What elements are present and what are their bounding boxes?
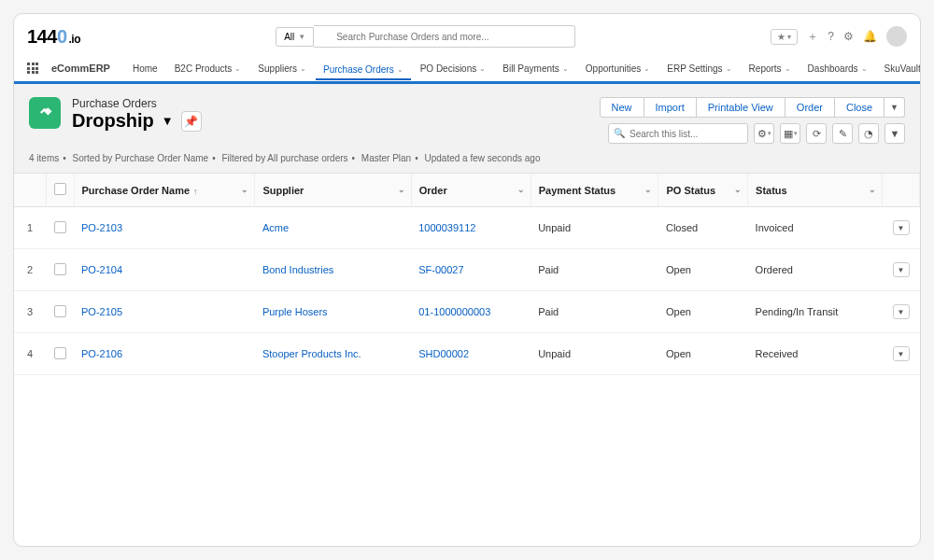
select-all-checkbox[interactable] <box>54 183 66 195</box>
gear-icon[interactable]: ⚙ <box>843 30 854 43</box>
row-menu-button[interactable]: ▼ <box>893 304 910 319</box>
col-po-status[interactable]: PO Status⌄ <box>658 174 748 207</box>
list-view-name[interactable]: Dropship <box>72 110 154 132</box>
nav-bill-payments[interactable]: Bill Payments⌄ <box>495 58 576 79</box>
row-menu-button[interactable]: ▼ <box>893 220 910 235</box>
row-checkbox[interactable] <box>54 263 66 275</box>
order-button[interactable]: Order <box>785 97 835 118</box>
close-button[interactable]: Close <box>835 97 884 118</box>
col-po-name[interactable]: Purchase Order Name↑⌄ <box>74 174 255 207</box>
col-status[interactable]: Status⌄ <box>748 174 883 207</box>
cell-supplier[interactable]: Stooper Products Inc. <box>255 333 411 375</box>
global-search-input[interactable] <box>314 25 575 48</box>
table-row: 4 PO-2106 Stooper Products Inc. SHD00002… <box>14 333 920 375</box>
more-actions-button[interactable]: ▼ <box>884 97 905 118</box>
caret-down-icon[interactable]: ▼ <box>162 114 174 128</box>
chevron-down-icon: ⌄ <box>861 64 868 73</box>
chevron-down-icon[interactable]: ⌄ <box>241 185 248 194</box>
list-search-wrap: 🔍 <box>608 123 748 144</box>
nav-erp-settings[interactable]: ERP Settings⌄ <box>659 58 739 79</box>
meta-plan: Master Plan <box>361 153 411 163</box>
cell-po-name[interactable]: PO-2103 <box>74 207 255 249</box>
refresh-button[interactable]: ⟳ <box>806 123 827 144</box>
chevron-down-icon[interactable]: ⌄ <box>734 185 742 194</box>
list-meta: 4 items• Sorted by Purchase Order Name• … <box>29 153 905 163</box>
printable-view-button[interactable]: Printable View <box>697 97 785 118</box>
bell-icon[interactable]: 🔔 <box>863 30 877 43</box>
nav-b2c-products[interactable]: B2C Products⌄ <box>167 58 249 79</box>
cell-supplier[interactable]: Acme <box>255 207 411 249</box>
nav-skuvault-settings[interactable]: SkuVault Settings⌄ <box>877 58 921 79</box>
col-index <box>14 174 46 207</box>
caret-down-icon: ▾ <box>794 130 798 137</box>
chevron-down-icon[interactable]: ⌄ <box>869 185 876 194</box>
cell-po-name[interactable]: PO-2104 <box>74 249 255 291</box>
add-icon[interactable]: ＋ <box>807 29 818 45</box>
top-utility-icons: ★▾ ＋ ? ⚙ 🔔 <box>771 26 907 47</box>
nav-home[interactable]: Home <box>125 58 165 79</box>
nav-po-decisions[interactable]: PO Decisions⌄ <box>413 58 494 79</box>
nav-reports[interactable]: Reports⌄ <box>742 58 799 79</box>
cell-order[interactable]: SHD00002 <box>411 333 531 375</box>
chart-button[interactable]: ◔ <box>858 123 879 144</box>
cell-supplier[interactable]: Purple Hosers <box>255 291 411 333</box>
table-body: 1 PO-2103 Acme 1000039112 Unpaid Closed … <box>14 207 920 375</box>
help-icon[interactable]: ? <box>828 30 834 43</box>
nav-dashboards[interactable]: Dashboards⌄ <box>800 58 875 79</box>
row-checkbox[interactable] <box>54 305 66 317</box>
list-settings-button[interactable]: ⚙▾ <box>754 123 774 144</box>
logo-suffix: .io <box>69 33 81 46</box>
global-search-group: All ▼ 🔍 <box>276 25 575 48</box>
new-button[interactable]: New <box>600 97 644 118</box>
chevron-down-icon[interactable]: ⌄ <box>398 185 405 194</box>
row-index: 3 <box>14 291 46 333</box>
gear-icon: ⚙ <box>757 128 767 140</box>
cell-po-status: Open <box>658 249 748 291</box>
list-search-input[interactable] <box>608 123 748 144</box>
nav-opportunities[interactable]: Opportunities⌄ <box>578 58 658 79</box>
list-controls: 🔍 ⚙▾ ▦▾ ⟳ ✎ ◔ ▼ <box>608 123 905 144</box>
data-table: Purchase Order Name↑⌄ Supplier⌄ Order⌄ P… <box>14 174 920 375</box>
cell-status: Received <box>748 333 883 375</box>
pin-button[interactable]: 📌 <box>181 111 202 132</box>
user-avatar[interactable] <box>886 26 907 47</box>
row-menu-button[interactable]: ▼ <box>893 262 910 277</box>
app-launcher-icon[interactable] <box>27 63 38 74</box>
row-menu-button[interactable]: ▼ <box>893 346 910 361</box>
row-checkbox[interactable] <box>54 347 66 359</box>
search-icon: 🔍 <box>614 128 625 138</box>
cell-order[interactable]: 01-1000000003 <box>411 291 531 333</box>
nav-bar-wrap: eCommERP Home B2C Products⌄ Suppliers⌄ P… <box>14 55 920 84</box>
row-checkbox[interactable] <box>54 221 66 233</box>
sort-asc-icon: ↑ <box>193 187 198 196</box>
col-supplier[interactable]: Supplier⌄ <box>255 174 411 207</box>
chevron-down-icon: ⌄ <box>644 64 650 73</box>
cell-supplier[interactable]: Bond Industries <box>255 249 411 291</box>
display-as-button[interactable]: ▦▾ <box>780 123 800 144</box>
chevron-down-icon[interactable]: ⌄ <box>644 185 652 194</box>
logo-accent: 0 <box>57 26 67 48</box>
col-order[interactable]: Order⌄ <box>411 174 531 207</box>
cell-status: Invoiced <box>748 207 883 249</box>
import-button[interactable]: Import <box>644 97 697 118</box>
pin-icon: 📌 <box>184 115 198 128</box>
cell-order[interactable]: SF-00027 <box>411 249 531 291</box>
global-search-wrap: 🔍 <box>314 25 575 48</box>
favorites-button[interactable]: ★▾ <box>771 29 798 45</box>
caret-down-icon: ▾ <box>787 33 791 41</box>
chevron-down-icon[interactable]: ⌄ <box>517 185 525 194</box>
filter-button[interactable]: ▼ <box>884 123 905 144</box>
cell-po-name[interactable]: PO-2105 <box>74 291 255 333</box>
edit-button[interactable]: ✎ <box>832 123 853 144</box>
cell-order[interactable]: 1000039112 <box>411 207 531 249</box>
nav-purchase-orders[interactable]: Purchase Orders⌄ <box>316 59 411 80</box>
chevron-down-icon: ⌄ <box>234 64 241 73</box>
cell-po-name[interactable]: PO-2106 <box>74 333 255 375</box>
meta-filter: Filtered by All purchase orders <box>221 153 347 163</box>
nav-suppliers[interactable]: Suppliers⌄ <box>250 58 314 79</box>
col-payment-status[interactable]: Payment Status⌄ <box>531 174 658 207</box>
meta-sort: Sorted by Purchase Order Name <box>73 153 209 163</box>
search-scope-dropdown[interactable]: All ▼ <box>276 27 314 47</box>
title-text: Purchase Orders Dropship ▼ 📌 <box>72 97 202 132</box>
chevron-down-icon: ⌄ <box>397 65 403 74</box>
